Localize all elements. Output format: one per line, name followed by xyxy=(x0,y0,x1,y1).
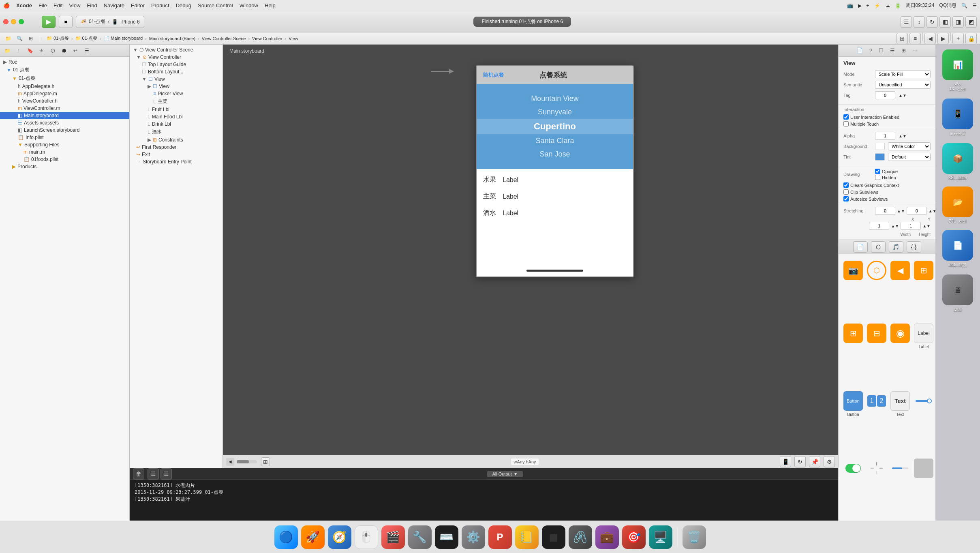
device-icon[interactable]: 📱 xyxy=(780,456,791,467)
dock-system-prefs[interactable]: ⚙️ xyxy=(462,525,485,549)
tree-root[interactable]: ▶ Roc xyxy=(0,58,129,66)
dock-launchpad[interactable]: 🚀 xyxy=(301,525,325,549)
dock-app-black[interactable]: ◼ xyxy=(542,525,565,549)
dock-mouse[interactable]: 🖱️ xyxy=(355,525,378,549)
identity-inspector-icon[interactable]: ☐ xyxy=(879,47,884,54)
menu-editor[interactable]: Editor xyxy=(131,2,145,9)
refresh-btn[interactable]: ↻ xyxy=(794,456,806,467)
file-inspector-icon[interactable]: 📄 xyxy=(856,47,863,54)
alpha-stepper[interactable]: ▲▼ xyxy=(899,134,907,138)
lib-grid2-item[interactable]: ⊞ xyxy=(842,320,864,387)
scene-bottom-layout[interactable]: ☐ Bottom Layout... xyxy=(130,68,223,75)
desktop-icon-ios1[interactable]: 📄 ios1...试题 xyxy=(937,228,978,270)
dock-finder[interactable]: 🔵 xyxy=(274,525,298,549)
hidden-checkbox[interactable]: Hidden xyxy=(875,175,898,180)
breadcrumb-item-2[interactable]: 📁 01-点餐 xyxy=(75,35,98,41)
height-stepper[interactable]: ▲▼ xyxy=(922,224,931,228)
lib-text-item[interactable]: Text Text xyxy=(889,388,912,455)
dock-app-purple[interactable]: 💼 xyxy=(595,525,619,549)
stretching-height[interactable] xyxy=(901,222,921,230)
lib-files-tab[interactable]: 📄 xyxy=(853,241,868,253)
lib-camera-item[interactable]: 📷 xyxy=(842,257,864,319)
tree-foods-plist[interactable]: 📋 01foods.plist xyxy=(0,156,129,163)
tree-project[interactable]: ▼ 01-点餐 xyxy=(0,66,129,74)
console-clear[interactable]: 🗑 xyxy=(133,468,144,480)
dock-tools[interactable]: 🔧 xyxy=(408,525,432,549)
maximize-button[interactable] xyxy=(19,19,24,24)
breadcrumb-item-7[interactable]: View xyxy=(289,36,298,41)
split-view-2[interactable]: ◨ xyxy=(952,16,964,28)
qq-icon[interactable]: QQ消息 xyxy=(939,2,956,9)
background-color-swatch[interactable] xyxy=(875,143,885,150)
menu-product[interactable]: Product xyxy=(151,2,169,9)
apple-logo[interactable]: 🍎 xyxy=(3,2,10,9)
lib-cube-item[interactable]: ◉ xyxy=(889,320,912,387)
alpha-input[interactable] xyxy=(875,132,895,140)
lib-objects-tab[interactable]: ⬡ xyxy=(871,241,886,253)
menu-view[interactable]: View xyxy=(69,2,80,9)
run-button[interactable]: ▶ xyxy=(42,16,56,28)
canvas-content[interactable]: 随机点餐 点餐系统 Mountain View Sunnyvale Cupert… xyxy=(223,57,838,455)
nav-debug-icon[interactable]: ⬢ xyxy=(59,46,69,55)
user-interaction-checkbox[interactable]: User Interaction Enabled xyxy=(843,114,931,120)
user-interaction-input[interactable] xyxy=(843,114,849,120)
scene-constraints[interactable]: ▶ ⊞ Constraints xyxy=(130,136,223,144)
settings-btn[interactable]: ⚙ xyxy=(824,456,835,467)
hidden-input[interactable] xyxy=(875,175,880,180)
scheme-selector[interactable]: 🍜 01-点餐 › 📱 iPhone 6 xyxy=(76,16,144,28)
clip-subviews-checkbox[interactable]: Clip Subviews xyxy=(843,189,931,195)
lib-button-item[interactable]: Button Button xyxy=(842,388,864,455)
attributes-inspector-icon[interactable]: ☰ xyxy=(890,47,895,54)
nav-breakpoint-icon[interactable]: ↩ xyxy=(71,46,80,55)
tree-appdelegate-h[interactable]: h AppDelegate.h xyxy=(0,83,129,90)
scene-main-food-lbl[interactable]: L Main Food Lbl xyxy=(130,113,223,120)
menu-file[interactable]: File xyxy=(39,2,47,9)
y-stepper[interactable]: ▲▼ xyxy=(929,209,935,213)
tree-launch-storyboard[interactable]: ◧ LaunchScreen.storyboard xyxy=(0,126,129,134)
stretching-width[interactable] xyxy=(869,222,889,230)
refresh-icon[interactable]: ↻ xyxy=(927,16,938,28)
multiple-touch-input[interactable] xyxy=(843,121,849,126)
dock-trash[interactable]: 🗑️ xyxy=(683,525,706,549)
dock-terminal[interactable]: ⌨️ xyxy=(435,525,458,549)
mode-select[interactable]: Scale To Fill xyxy=(875,70,931,78)
assistant-icon[interactable]: ⊞ xyxy=(897,33,908,44)
semantic-select[interactable]: Unspecified xyxy=(875,81,931,89)
split-view-3[interactable]: ◩ xyxy=(965,16,977,28)
breadcrumb-item-3[interactable]: 📄 Main.storyboard xyxy=(104,36,143,41)
scene-first-responder[interactable]: ↩ First Responder xyxy=(130,144,223,151)
x-stepper[interactable]: ▲▼ xyxy=(897,209,905,213)
scene-view[interactable]: ▼ ☐ View xyxy=(130,75,223,83)
menu-debug[interactable]: Debug xyxy=(176,2,191,9)
tint-select[interactable]: Default xyxy=(888,153,931,161)
app-name[interactable]: Xcode xyxy=(16,2,32,9)
search-icon[interactable]: 🔍 xyxy=(961,3,967,9)
desktop-icon-zjl[interactable]: 📂 ZJL...etail xyxy=(937,185,978,225)
tree-viewcontroller-h[interactable]: h ViewController.h xyxy=(0,97,129,105)
scene-top-layout[interactable]: ☐ Top Layout Guide xyxy=(130,61,223,68)
zoom-fit[interactable]: ⊞ xyxy=(261,457,270,466)
nav-search[interactable]: 🔍 xyxy=(15,34,24,43)
autosize-subviews-checkbox[interactable]: Autosize Subviews xyxy=(843,196,931,201)
nav-back[interactable]: 📁 xyxy=(3,34,13,43)
scene-view-inner[interactable]: ▶ ☐ View xyxy=(130,83,223,90)
scene-picker-view[interactable]: ≡ Picker View xyxy=(130,90,223,97)
lib-back-item[interactable]: ◀ xyxy=(889,257,912,319)
desktop-icon-chedan[interactable]: 📱 车丹分享 xyxy=(937,97,978,138)
dock-safari[interactable]: 🧭 xyxy=(328,525,351,549)
clip-subviews-input[interactable] xyxy=(843,189,849,195)
scene-entry-point[interactable]: → Storyboard Entry Point xyxy=(130,158,223,165)
lib-toggle-item[interactable] xyxy=(842,455,864,517)
lib-grid-item[interactable]: ⊞ xyxy=(912,257,935,319)
autosize-subviews-input[interactable] xyxy=(843,196,849,201)
tree-supporting-files[interactable]: ▼ Supporting Files xyxy=(0,141,129,148)
navigator-toggle[interactable]: ☰ xyxy=(901,16,912,28)
breadcrumb-item-4[interactable]: Main.storyboard (Base) xyxy=(149,36,195,41)
nav-test-icon[interactable]: ⬡ xyxy=(48,46,58,55)
dock-clip[interactable]: 🖇️ xyxy=(569,525,592,549)
nav-git-icon[interactable]: ↑ xyxy=(14,46,24,55)
dock-notes[interactable]: 📒 xyxy=(515,525,539,549)
lock-icon[interactable]: 🔒 xyxy=(965,33,977,44)
tree-main-storyboard[interactable]: ◧ Main.storyboard xyxy=(0,112,129,119)
version-icon[interactable]: ≡ xyxy=(909,33,921,44)
